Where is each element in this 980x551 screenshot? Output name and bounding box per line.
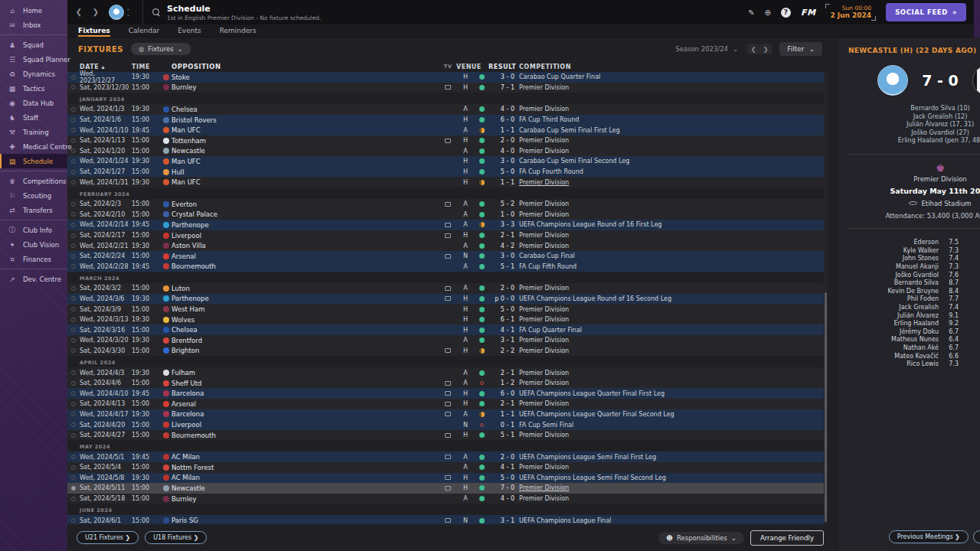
- tab-reminders[interactable]: Reminders: [220, 24, 256, 37]
- u18-fixtures-button[interactable]: U18 Fixtures ❯: [145, 531, 207, 544]
- sidebar-item-transfers[interactable]: ⇄Transfers: [0, 203, 67, 217]
- tab-events[interactable]: Events: [178, 24, 201, 37]
- fixture-row[interactable]: Wed, 2024/4/1019:45BarcelonaH6 - 0UEFA C…: [67, 388, 824, 399]
- column-result[interactable]: RESULT: [488, 64, 519, 70]
- row-checkbox[interactable]: [67, 486, 80, 491]
- sidebar-item-data-hub[interactable]: ◉Data Hub: [0, 96, 67, 110]
- sidebar-item-squad-planner[interactable]: ☰Squad Planner: [0, 52, 67, 67]
- player-rating-row[interactable]: Jack Grealish7.4: [848, 303, 980, 311]
- row-checkbox[interactable]: [67, 455, 80, 459]
- fixture-row[interactable]: Wed, 2024/3/619:30ParthenopeHp 0 - 0UEFA…: [67, 294, 824, 305]
- row-checkbox[interactable]: [67, 223, 80, 227]
- tab-calendar[interactable]: Calendar: [129, 24, 159, 37]
- sidebar-item-competitions[interactable]: ♛Competitions: [0, 174, 67, 188]
- competition-name[interactable]: Premier Division: [519, 179, 824, 186]
- row-checkbox[interactable]: [67, 391, 80, 396]
- player-rating-row[interactable]: Kevin De Bruyne8.4: [848, 287, 980, 295]
- fixture-row[interactable]: Wed, 2024/1/2419:30Man UFCH3 - 0Carabao …: [67, 156, 824, 167]
- fixture-row[interactable]: Wed, 2024/3/2019:30BrentfordA3 - 1Premie…: [67, 335, 824, 346]
- sidebar-item-club-vision[interactable]: ✦Club Vision: [0, 237, 67, 252]
- social-feed-button[interactable]: SOCIAL FEED»: [886, 3, 966, 21]
- player-rating-row[interactable]: Manuel Akanji7.3: [848, 262, 980, 271]
- sidebar-item-inbox[interactable]: ✉Inbox: [0, 18, 67, 32]
- row-checkbox[interactable]: [67, 107, 80, 112]
- row-checkbox[interactable]: [67, 348, 80, 353]
- world-icon[interactable]: ⊕: [765, 8, 771, 17]
- fixture-row[interactable]: Sat, 2024/3/3015:00BrightonH2 - 2Premier…: [67, 346, 824, 357]
- row-checkbox[interactable]: [67, 264, 80, 269]
- nav-forward-button[interactable]: ❯: [90, 7, 101, 18]
- fixture-row[interactable]: Sat, 2024/5/1815:00BurnleyA4 - 0Premier …: [67, 494, 824, 504]
- row-checkbox[interactable]: [67, 318, 80, 322]
- fixture-row[interactable]: Wed, 2023/12/2719:30StokeH3 - 0Carabao C…: [67, 72, 824, 83]
- row-checkbox[interactable]: [67, 422, 80, 427]
- fixture-row[interactable]: Sat, 2024/5/415:00Nottm ForestA4 - 1Prem…: [67, 462, 824, 473]
- scrollbar-thumb[interactable]: [825, 292, 827, 522]
- player-rating-row[interactable]: Joško Gvardiol7.6: [848, 271, 980, 279]
- help-icon[interactable]: ?: [781, 8, 791, 18]
- sidebar-item-dev-centre[interactable]: ↗Dev. Centre: [0, 272, 67, 286]
- fixture-row[interactable]: Sat, 2024/3/915:00West HamH5 - 0Premier …: [67, 304, 824, 315]
- season-prev-button[interactable]: ❮: [747, 44, 760, 54]
- man-city-badge-icon[interactable]: [109, 5, 124, 20]
- fixture-row[interactable]: Sat, 2024/5/1115:00NewcastleH7 - 0Premie…: [67, 483, 824, 494]
- sidebar-item-tactics[interactable]: ▦Tactics: [0, 81, 67, 96]
- fixture-row[interactable]: Wed, 2024/1/319:30ChelseaA4 - 0Premier D…: [67, 104, 824, 115]
- row-checkbox[interactable]: [67, 497, 80, 501]
- sidebar-item-training[interactable]: ⚒Training: [0, 125, 67, 139]
- fixture-row[interactable]: Wed, 2024/2/1419:45ParthenopeA3 - 3UEFA …: [67, 220, 824, 230]
- fixture-row[interactable]: Sat, 2024/1/615:00Bristol RoversH6 - 0FA…: [67, 115, 824, 126]
- fixture-row[interactable]: Sat, 2023/12/3015:00BurnleyH7 - 1Premier…: [67, 83, 824, 93]
- player-rating-row[interactable]: John Stones7.4: [848, 255, 980, 263]
- row-checkbox[interactable]: [67, 518, 80, 523]
- row-checkbox[interactable]: [67, 233, 80, 238]
- row-checkbox[interactable]: [67, 338, 80, 343]
- club-switcher[interactable]: ⌃⌄: [126, 8, 130, 16]
- player-rating-row[interactable]: Matheus Nunes6.4: [848, 336, 980, 344]
- fixture-row[interactable]: Wed, 2024/5/119:45AC MilanA2 - 0UEFA Cha…: [67, 452, 824, 462]
- player-rating-row[interactable]: Phil Foden7.7: [848, 295, 980, 304]
- row-checkbox[interactable]: [67, 159, 80, 164]
- row-checkbox[interactable]: [67, 381, 80, 386]
- row-checkbox[interactable]: [67, 85, 80, 90]
- fixture-row[interactable]: Sat, 2024/1/2715:00HullH5 - 0FA Cup Four…: [67, 167, 824, 178]
- fixture-row[interactable]: Sat, 2024/4/1315:00ArsenalH2 - 1Premier …: [67, 399, 824, 409]
- column-competition[interactable]: COMPETITION: [519, 64, 824, 70]
- row-checkbox[interactable]: [67, 170, 80, 174]
- fixture-row[interactable]: Wed, 2024/4/1719:30BarcelonaA1 - 1UEFA C…: [67, 409, 824, 420]
- row-checkbox[interactable]: [67, 212, 80, 217]
- fixture-row[interactable]: Sat, 2024/3/1615:00ChelseaH4 - 1FA Cup Q…: [67, 324, 824, 335]
- fixture-row[interactable]: Sat, 2024/1/1315:00TottenhamH2 - 0Premie…: [67, 135, 824, 146]
- sidebar-item-dynamics[interactable]: ♻Dynamics: [0, 67, 67, 81]
- fixture-row[interactable]: Sat, 2024/1/2015:00NewcastleA4 - 0Premie…: [67, 146, 824, 157]
- row-checkbox[interactable]: [67, 286, 80, 291]
- fixture-row[interactable]: Wed, 2024/4/319:30FulhamA2 - 1Premier Di…: [67, 367, 824, 378]
- arrange-friendly-button[interactable]: Arrange Friendly: [750, 530, 824, 546]
- sidebar-item-schedule[interactable]: ▤Schedule: [0, 154, 67, 168]
- row-checkbox[interactable]: [67, 254, 80, 259]
- fixture-row[interactable]: Wed, 2024/2/2819:45BournemouthA5 - 1FA C…: [67, 262, 824, 272]
- fixture-row[interactable]: Sat, 2024/2/1715:00LiverpoolH2 - 1Premie…: [67, 230, 824, 241]
- row-checkbox[interactable]: [67, 475, 80, 480]
- player-rating-row[interactable]: Jérémy Doku6.7: [848, 328, 980, 336]
- row-checkbox[interactable]: [67, 243, 80, 248]
- player-rating-row[interactable]: Julián Álvarez9.1: [848, 311, 980, 320]
- fixture-row[interactable]: Wed, 2024/1/1019:45Man UFCA1 - 1Carabao …: [67, 125, 824, 135]
- fixture-row[interactable]: Wed, 2024/1/3119:30Man UFCH1 - 1Premier …: [67, 177, 824, 187]
- fixtures-view-dropdown[interactable]: ◎ Fixtures ⌄: [131, 43, 191, 55]
- previous-meetings-button[interactable]: Previous Meetings ❯: [889, 530, 969, 543]
- fixture-row[interactable]: Sat, 2024/2/1015:00Crystal PalaceA1 - 0P…: [67, 210, 824, 220]
- season-selector[interactable]: Season 2023/24⌄: [675, 45, 738, 53]
- column-opposition[interactable]: OPPOSITION: [172, 63, 439, 70]
- search-icon[interactable]: [152, 8, 160, 16]
- player-rating-row[interactable]: Erling Haaland9.2: [848, 319, 980, 328]
- fixture-row[interactable]: Sat, 2024/2/2415:00ArsenalN3 - 0Carabao …: [67, 251, 824, 262]
- sidebar-item-club-info[interactable]: ⓘClub Info: [0, 223, 67, 237]
- game-clock[interactable]: Sun 00:00 2 Jun 2024: [825, 4, 876, 21]
- row-checkbox[interactable]: [67, 296, 80, 301]
- row-checkbox[interactable]: [67, 180, 80, 184]
- sidebar-item-staff[interactable]: ♞Staff: [0, 110, 67, 125]
- fixture-row[interactable]: Sat, 2024/4/2015:00LiverpoolN0 - 1FA Cup…: [67, 419, 824, 430]
- fixture-row[interactable]: Wed, 2024/5/819:30AC MilanH5 - 0UEFA Cha…: [67, 473, 824, 484]
- fixture-row[interactable]: Sat, 2024/4/2715:00BournemouthH5 - 1Prem…: [67, 430, 824, 441]
